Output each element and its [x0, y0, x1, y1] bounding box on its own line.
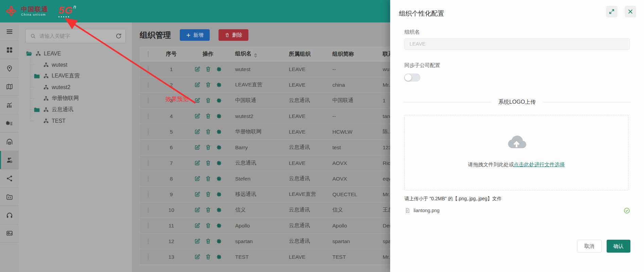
tree-item[interactable]: 云息通讯 — [19, 104, 132, 115]
sidebar-item-share[interactable] — [0, 169, 19, 188]
delete-icon[interactable] — [205, 175, 211, 182]
expand-button[interactable] — [606, 6, 617, 17]
tree-item[interactable]: LEAVE直营 — [19, 70, 132, 82]
settings-icon[interactable] — [216, 222, 222, 229]
tree-search-input[interactable]: 请输入关键字 — [25, 29, 126, 43]
delete-icon[interactable] — [205, 254, 211, 260]
edit-icon[interactable] — [194, 191, 201, 198]
delete-icon[interactable] — [205, 129, 211, 135]
gear-icon — [216, 97, 222, 104]
edit-icon — [194, 191, 201, 198]
delete-icon[interactable] — [205, 66, 211, 72]
delete-icon[interactable] — [205, 113, 211, 119]
settings-icon[interactable] — [216, 160, 222, 166]
row-checkbox[interactable] — [148, 191, 149, 198]
edit-icon[interactable] — [194, 144, 201, 151]
row-checkbox[interactable] — [148, 176, 149, 182]
edit-icon[interactable] — [194, 129, 201, 135]
edit-icon[interactable] — [194, 66, 201, 72]
refresh-icon[interactable] — [115, 33, 122, 39]
sidebar-item-statistics[interactable] — [0, 96, 19, 114]
settings-icon[interactable] — [216, 129, 222, 135]
edit-icon[interactable] — [194, 254, 201, 260]
logo-upload-dropzone[interactable]: 请拖拽文件到此处或点击此处进行文件选择 — [404, 115, 628, 190]
edit-icon[interactable] — [194, 238, 201, 244]
5g-text: 5G — [58, 5, 73, 15]
row-checkbox[interactable] — [148, 129, 149, 135]
settings-icon[interactable] — [216, 254, 222, 260]
edit-icon[interactable] — [194, 97, 201, 104]
confirm-button[interactable]: 确认 — [607, 240, 630, 253]
row-checkbox[interactable] — [148, 113, 149, 119]
column-header: 操作 — [186, 51, 230, 58]
settings-icon[interactable] — [216, 82, 222, 88]
edit-icon[interactable] — [194, 222, 201, 229]
row-checkbox[interactable] — [148, 82, 149, 88]
sidebar-item-services[interactable] — [0, 114, 19, 133]
cell-no: 10 — [156, 207, 186, 213]
edit-icon[interactable] — [194, 175, 201, 182]
delete-icon[interactable] — [205, 82, 211, 88]
delete-icon[interactable] — [205, 97, 211, 104]
delete-icon[interactable] — [205, 207, 211, 213]
edit-icon[interactable] — [194, 207, 201, 213]
edit-icon[interactable] — [194, 113, 201, 119]
tree-item-label: LEAVE — [44, 51, 61, 57]
delete-org-button[interactable]: 删除 — [219, 29, 248, 41]
support-icon — [6, 211, 13, 219]
delete-icon[interactable] — [205, 238, 211, 244]
cancel-button[interactable]: 取消 — [577, 240, 602, 253]
sidebar-item-support[interactable] — [0, 206, 19, 224]
sidebar-item-organization[interactable] — [0, 151, 19, 169]
org-name-input[interactable]: LEAVE — [404, 38, 630, 50]
trash-icon — [205, 82, 211, 88]
cell-parent-org: LEAVE — [283, 113, 327, 119]
edit-icon — [194, 66, 201, 72]
settings-icon[interactable] — [216, 191, 222, 198]
sort-control[interactable] — [254, 53, 257, 58]
sidebar-item-gateway[interactable] — [0, 133, 19, 151]
sidebar-item-reports[interactable] — [0, 224, 19, 243]
row-checkbox[interactable] — [148, 66, 149, 72]
close-button[interactable] — [625, 6, 636, 17]
tree-item[interactable]: wutest — [19, 59, 132, 70]
file-icon — [404, 207, 411, 214]
sync-config-toggle[interactable] — [404, 73, 420, 82]
row-checkbox[interactable] — [148, 223, 149, 229]
sidebar-item-dashboard[interactable] — [0, 41, 19, 59]
tree-item[interactable]: TEST — [19, 115, 132, 126]
row-checkbox[interactable] — [148, 238, 149, 244]
sidebar-item-resources[interactable] — [0, 188, 19, 206]
add-org-button[interactable]: 新增 — [180, 29, 210, 41]
settings-icon[interactable] — [216, 144, 222, 151]
row-checkbox[interactable] — [148, 160, 149, 166]
settings-icon[interactable] — [216, 207, 222, 213]
row-checkbox[interactable] — [148, 98, 149, 104]
select-all-checkbox[interactable] — [148, 51, 149, 57]
row-checkbox[interactable] — [148, 207, 149, 213]
sidebar-item-menu[interactable] — [0, 22, 19, 41]
delete-icon[interactable] — [205, 222, 211, 229]
sidebar-item-map[interactable] — [0, 78, 19, 96]
settings-icon[interactable] — [216, 175, 222, 182]
edit-icon[interactable] — [194, 160, 201, 166]
edit-icon[interactable] — [194, 82, 201, 88]
tree-item[interactable]: 华册物联网 — [19, 93, 132, 104]
delete-icon[interactable] — [205, 144, 211, 151]
settings-icon[interactable] — [216, 113, 222, 119]
row-checkbox[interactable] — [148, 254, 149, 260]
settings-icon[interactable] — [216, 97, 222, 104]
uploaded-file-item[interactable]: liantong.png — [404, 205, 630, 216]
trash-icon — [205, 97, 211, 104]
row-checkbox[interactable] — [148, 144, 149, 151]
sidebar-item-location[interactable] — [0, 59, 19, 78]
tree-item[interactable]: LEAVE — [19, 48, 132, 59]
delete-icon[interactable] — [205, 160, 211, 166]
settings-icon[interactable] — [216, 238, 222, 244]
tree-item[interactable]: wutest2 — [19, 82, 132, 93]
cell-parent-org: LEAVE — [283, 254, 327, 260]
file-select-link[interactable]: 点击此处进行文件选择 — [514, 162, 565, 167]
map-icon — [6, 83, 13, 90]
delete-icon[interactable] — [205, 191, 211, 198]
settings-icon[interactable] — [216, 66, 222, 72]
